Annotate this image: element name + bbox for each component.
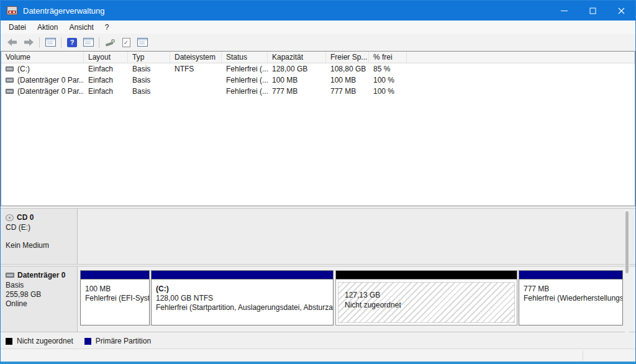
disk0-row: Datenträger 0 Basis 255,98 GB Online 100… <box>1 266 635 332</box>
partition-c[interactable]: (C:) 128,00 GB NTFS Fehlerfrei (Startpar… <box>151 270 334 325</box>
scrollbar-thumb[interactable] <box>625 211 629 273</box>
volume-cell: (C:) <box>1 65 84 73</box>
volume-list-header: Volume Layout Typ Dateisystem Status Kap… <box>1 52 635 63</box>
legend-item-unallocated: Nicht zugeordnet <box>6 337 73 345</box>
window-title: Datenträgerverwaltung <box>23 6 105 16</box>
partition-area: 100 MB Fehlerfrei (EFI-Syste (C:) 128,00… <box>78 266 635 332</box>
cd-media-status: Kein Medium <box>6 241 72 250</box>
prozent-frei-cell: 100 % <box>369 76 407 84</box>
forward-arrow-icon <box>23 38 34 47</box>
toolbar-separator <box>39 37 40 48</box>
typ-cell: Basis <box>128 65 170 73</box>
properties-window-button[interactable] <box>135 35 150 49</box>
kapazitaet-cell: 128,00 GB <box>268 65 326 73</box>
help-icon: ? <box>67 38 77 47</box>
forward-button[interactable] <box>21 35 36 49</box>
wrench-icon <box>104 38 116 47</box>
console-tree-button[interactable] <box>43 35 58 49</box>
vertical-scrollbar[interactable] <box>625 209 629 332</box>
toolbar-separator <box>99 37 99 48</box>
partition-status: Nicht zugeordnet <box>345 300 514 310</box>
action-tool-button[interactable] <box>102 35 117 49</box>
volume-cell: (Datenträger 0 Par... <box>1 76 84 84</box>
column-header-layout[interactable]: Layout <box>84 52 128 63</box>
partition-size: 777 MB <box>524 284 618 294</box>
disk-icon <box>6 273 14 278</box>
legend-label: Primäre Partition <box>96 337 151 345</box>
minimize-icon <box>561 11 568 11</box>
detail-pane-icon <box>83 38 94 47</box>
column-header-volume[interactable]: Volume <box>1 52 84 63</box>
app-icon <box>7 6 17 15</box>
cd-drive-name: CD 0 <box>17 213 34 222</box>
close-button[interactable] <box>607 1 635 20</box>
disk0-status: Online <box>6 299 72 309</box>
column-header-kapazitaet[interactable]: Kapazität <box>268 52 326 63</box>
column-header-dateisystem[interactable]: Dateisystem <box>170 52 222 63</box>
column-header-prozent-frei[interactable]: % frei <box>369 52 407 63</box>
disk0-type: Basis <box>6 281 72 290</box>
unallocated-bar <box>336 271 517 280</box>
window-border-bottom <box>1 362 635 363</box>
primary-partition-swatch <box>84 338 91 345</box>
column-header-typ[interactable]: Typ <box>128 52 170 63</box>
volume-list-pane: Volume Layout Typ Dateisystem Status Kap… <box>1 51 635 206</box>
unallocated-swatch <box>6 338 12 345</box>
cd-drive-panel[interactable]: CD 0 CD (E:) Kein Medium <box>1 209 78 264</box>
menu-aktion[interactable]: Aktion <box>32 21 63 34</box>
partition-status: Fehlerfrei (EFI-Syste <box>85 294 145 303</box>
freier-sp-cell: 100 MB <box>326 76 369 84</box>
layout-cell: Einfach <box>84 65 128 73</box>
table-row[interactable]: (Datenträger 0 Par... Einfach Basis Fehl… <box>1 75 635 86</box>
back-button[interactable] <box>5 35 20 49</box>
partition-status: Fehlerfrei (Wiederherstellungs <box>524 294 618 303</box>
cd-drive-icon <box>6 214 14 221</box>
partition-recovery[interactable]: 777 MB Fehlerfrei (Wiederherstellungs <box>519 270 623 325</box>
minimize-button[interactable] <box>550 1 578 20</box>
help-button[interactable]: ? <box>65 35 80 49</box>
primary-partition-bar <box>152 271 333 280</box>
legend-label: Nicht zugeordnet <box>17 337 73 345</box>
cd-drive-row: CD 0 CD (E:) Kein Medium <box>1 208 635 265</box>
partition-size: 128,00 GB NTFS <box>156 294 329 303</box>
menu-ansicht[interactable]: Ansicht <box>63 21 99 34</box>
unallocated-body: 127,13 GB Nicht zugeordnet <box>338 282 515 323</box>
check-document-icon: ✓ <box>122 38 130 47</box>
partition-unallocated[interactable]: 127,13 GB Nicht zugeordnet <box>335 270 517 325</box>
console-tree-icon <box>45 38 56 47</box>
partition-efi[interactable]: 100 MB Fehlerfrei (EFI-Syste <box>80 270 150 325</box>
disk0-name: Datenträger 0 <box>17 271 65 280</box>
cd-drive-letter: CD (E:) <box>6 223 72 232</box>
properties-window-icon <box>137 38 148 47</box>
volume-icon <box>6 89 14 94</box>
status-bar <box>1 348 635 363</box>
close-icon <box>618 7 625 14</box>
legend-bar: Nicht zugeordnet Primäre Partition <box>1 334 635 348</box>
menu-datei[interactable]: Datei <box>3 21 32 34</box>
table-row[interactable]: (Datenträger 0 Par... Einfach Basis Fehl… <box>1 86 635 97</box>
menu-help[interactable]: ? <box>99 21 115 34</box>
table-row[interactable]: (C:) Einfach Basis NTFS Fehlerfrei (... … <box>1 63 635 75</box>
column-header-status[interactable]: Status <box>222 52 268 63</box>
toolbar-separator <box>61 37 61 48</box>
column-header-filler <box>407 52 635 63</box>
maximize-button[interactable] <box>578 1 607 20</box>
volume-icon <box>6 66 14 71</box>
toolbar: ? ✓ <box>1 34 635 51</box>
legend-item-primary: Primäre Partition <box>84 337 151 345</box>
typ-cell: Basis <box>128 76 170 84</box>
status-cell: Fehlerfrei (... <box>222 87 268 96</box>
column-header-freier-sp[interactable]: Freier Sp... <box>326 52 369 63</box>
layout-cell: Einfach <box>84 87 128 96</box>
detail-pane-button[interactable] <box>81 35 96 49</box>
status-cell: Fehlerfrei (... <box>222 76 268 84</box>
partition-name: (C:) <box>156 284 329 294</box>
volume-icon <box>6 78 14 83</box>
disk0-panel[interactable]: Datenträger 0 Basis 255,98 GB Online <box>1 266 78 332</box>
status-cell: Fehlerfrei (... <box>222 65 268 73</box>
disk0-capacity: 255,98 GB <box>6 290 72 299</box>
caption-buttons <box>550 1 635 20</box>
check-document-button[interactable]: ✓ <box>119 35 134 49</box>
back-arrow-icon <box>7 38 18 47</box>
partition-size: 127,13 GB <box>345 290 514 300</box>
